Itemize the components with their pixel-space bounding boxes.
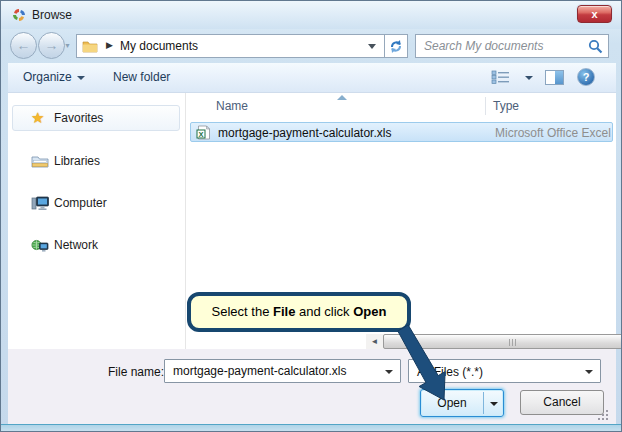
command-toolbar: Organize New folder ? [8,63,616,93]
sidebar-item-label: Network [54,238,98,252]
close-icon[interactable]: x [577,5,612,23]
organize-label: Organize [23,70,72,84]
sidebar-item-favorites[interactable]: ★ Favorites [8,105,185,131]
column-header-type[interactable]: Type [493,99,519,113]
browse-dialog-window: Browse x ← → ▼ ▶ My documents [0,0,622,432]
open-button-label: Open [421,396,483,410]
sidebar-item-computer[interactable]: Computer [8,190,185,216]
file-type-dropdown[interactable]: All Files (*.*) [408,359,601,383]
libraries-icon [31,152,49,170]
nav-history-dropdown-icon[interactable]: ▼ [64,42,71,49]
scrollbar-thumb[interactable] [383,334,622,349]
file-name-cell: mortgage-payment-calculator.xls [218,126,391,140]
sort-ascending-icon[interactable] [337,95,347,100]
file-name-label: File name: [48,365,164,379]
computer-icon [31,194,49,212]
navigation-sidebar: ★ Favorites Libraries Co [8,93,186,349]
address-dropdown-icon[interactable] [368,44,376,49]
star-icon: ★ [31,109,49,127]
sidebar-item-label: Favorites [54,111,103,125]
column-separator[interactable] [485,97,486,115]
search-box [415,34,609,58]
file-name-input[interactable] [171,362,371,380]
sidebar-item-libraries[interactable]: Libraries [8,148,185,174]
open-button[interactable]: Open [420,389,504,417]
new-folder-button[interactable]: New folder [113,70,170,84]
open-dropdown-icon[interactable] [490,402,498,406]
refresh-icon [388,38,404,54]
column-header-name[interactable]: Name [216,99,248,113]
scroll-left-icon[interactable]: ◄ [366,334,383,349]
navigation-bar: ← → ▼ ▶ My documents [1,29,621,63]
file-type-cell: Microsoft Office Excel .. [495,126,613,140]
scrollbar-grip [509,339,517,346]
preview-pane-icon[interactable] [545,70,564,85]
tutorial-callout: Select the File and click Open [187,292,411,332]
views-icon[interactable] [491,69,511,85]
file-name-combobox[interactable] [164,359,401,383]
horizontal-scrollbar[interactable]: ◄ ► [366,334,622,349]
window-title: Browse [32,8,72,22]
help-icon[interactable]: ? [577,68,595,86]
search-icon[interactable] [588,39,603,54]
file-type-value: All Files (*.*) [417,365,483,379]
sidebar-item-label: Libraries [54,154,100,168]
resize-grip[interactable] [598,410,608,420]
sidebar-item-network[interactable]: Network [8,232,185,258]
window-bottom-border [1,424,621,431]
excel-file-icon: X [196,125,211,140]
file-row-selected[interactable]: X mortgage-payment-calculator.xls Micros… [190,122,613,142]
search-input[interactable] [422,37,582,55]
app-icon [11,7,27,23]
new-folder-label: New folder [113,70,170,84]
dialog-footer: File name: All Files (*.*) Open Cancel [8,349,616,426]
forward-icon[interactable]: → [38,32,65,59]
organize-dropdown-icon [77,76,85,80]
title-bar: Browse x [1,1,621,29]
folder-icon [82,39,98,53]
network-icon [31,236,49,254]
refresh-button[interactable] [384,34,408,58]
address-bar[interactable]: ▶ My documents [76,34,384,58]
filetype-dropdown-icon[interactable] [585,370,593,374]
svg-text:X: X [198,130,203,139]
callout-text: Select the File and click Open [212,304,387,319]
views-dropdown-icon[interactable] [525,76,533,80]
breadcrumb-arrow-icon: ▶ [106,40,113,50]
organize-button[interactable]: Organize [23,70,85,84]
back-icon[interactable]: ← [10,32,37,59]
sidebar-item-label: Computer [54,196,107,210]
open-button-divider [483,392,484,414]
preview-pane-fill [555,71,563,84]
filename-dropdown-icon[interactable] [385,370,393,374]
breadcrumb[interactable]: My documents [120,39,198,53]
cancel-button[interactable]: Cancel [520,390,604,415]
